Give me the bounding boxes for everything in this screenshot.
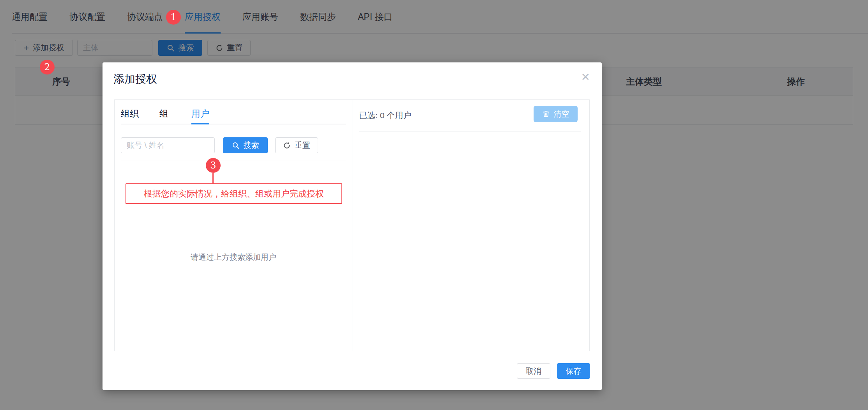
- clear-selection-label: 清空: [554, 109, 569, 119]
- dialog-reset-label: 重置: [295, 140, 310, 151]
- subject-picker-pane: 组织 组 用户 搜索: [115, 100, 352, 351]
- step-badge-3: 3: [206, 158, 221, 173]
- selector-panel: 组织 组 用户 搜索: [114, 99, 590, 351]
- search-icon: [232, 142, 240, 149]
- cancel-button[interactable]: 取消: [517, 363, 550, 379]
- selected-header-divider: [359, 131, 581, 131]
- tab-user[interactable]: 用户: [191, 108, 209, 120]
- save-button[interactable]: 保存: [557, 363, 590, 379]
- annotation-note: 根据您的实际情况，给组织、组或用户完成授权: [126, 183, 342, 204]
- tab-organization[interactable]: 组织: [121, 108, 139, 120]
- add-authorization-dialog: 添加授权 ✕ 组织 组 用户 搜索: [103, 62, 602, 390]
- clear-selection-button[interactable]: 清空: [534, 106, 578, 122]
- dialog-search-button[interactable]: 搜索: [223, 137, 268, 153]
- empty-state-text: 请通过上方搜索添加用户: [115, 252, 352, 263]
- dialog-search-label: 搜索: [244, 140, 259, 151]
- annotation-connector-line: [212, 173, 214, 183]
- tab-track-line: [121, 124, 346, 124]
- step-badge-1: 1: [166, 10, 181, 25]
- selected-count-label: 已选: 0 个用户: [359, 110, 411, 121]
- tab-group[interactable]: 组: [159, 108, 168, 120]
- dialog-reset-button[interactable]: 重置: [275, 137, 318, 153]
- user-search-field-wrap: [121, 137, 215, 153]
- trash-icon: [542, 110, 550, 118]
- search-divider: [121, 160, 346, 160]
- app-config-page: 通用配置 协议配置 协议端点 应用授权 应用账号 数据同步 API 接口 + 添…: [0, 0, 868, 410]
- active-tab-underline: [191, 123, 209, 124]
- step-badge-2: 2: [40, 60, 55, 75]
- selected-users-pane: 已选: 0 个用户 清空: [352, 100, 590, 351]
- refresh-icon: [283, 142, 291, 149]
- close-icon[interactable]: ✕: [581, 72, 590, 83]
- user-search-input[interactable]: [121, 137, 215, 153]
- dialog-title: 添加授权: [113, 72, 157, 87]
